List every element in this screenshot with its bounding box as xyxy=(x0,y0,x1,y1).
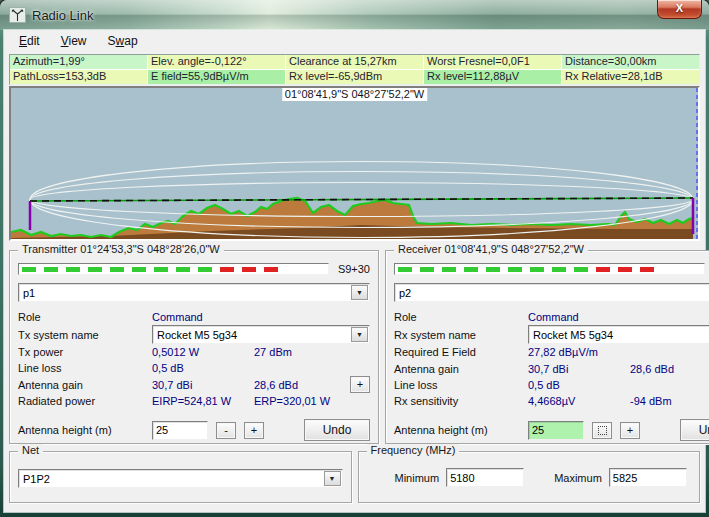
net-combobox[interactable]: P1P2 ▼ xyxy=(18,469,343,488)
rx-role-label: Role xyxy=(394,309,528,325)
path-profile-chart[interactable]: 01°08'41,9"S 048°27'52,2"W xyxy=(9,86,700,241)
rx-gain-dbi: 30,7 dBi xyxy=(528,361,630,377)
cursor-coordinates-label: 01°08'41,9"S 048°27'52,2"W xyxy=(282,88,427,101)
info-rx-level-dbm: Rx level=-65,9dBm xyxy=(286,70,423,84)
chevron-down-icon[interactable]: ▼ xyxy=(351,327,368,342)
receiver-title: Receiver 01°08'41,9"S 048°27'52,2"W xyxy=(394,243,588,255)
menu-edit[interactable]: Edit xyxy=(17,33,42,49)
tx-power-watts: 0,5012 W xyxy=(152,344,254,360)
tx-antenna-height-label: Antenna height (m) xyxy=(18,422,152,438)
info-clearance: Clearance at 15,27km xyxy=(286,55,423,69)
focus-rect-icon xyxy=(598,426,607,435)
chevron-down-icon[interactable]: ▼ xyxy=(351,285,368,300)
tx-antenna-detail-button[interactable]: + xyxy=(350,376,370,393)
transmitter-panel: Transmitter 01°24'53,3"S 048°28'26,0"W S… xyxy=(9,250,379,444)
tx-antenna-height-input[interactable] xyxy=(152,421,208,440)
rx-system-combobox[interactable]: Rocket M5 5g34 ▼ xyxy=(528,325,709,344)
info-worst-fresnel: Worst Fresnel=0,0F1 xyxy=(424,55,561,69)
tx-gain-dbd: 28,6 dBd xyxy=(254,377,350,393)
tx-system-combobox[interactable]: Rocket M5 5g34 ▼ xyxy=(152,325,370,344)
chevron-down-icon[interactable]: ▼ xyxy=(324,471,341,486)
frequency-max-label: Maximum xyxy=(554,472,602,484)
menu-swap[interactable]: Swap xyxy=(106,33,140,49)
app-icon[interactable] xyxy=(9,7,26,23)
antenna-icon xyxy=(11,9,24,22)
net-title: Net xyxy=(18,444,43,456)
rx-sensitivity-uv: 4,4668µV xyxy=(528,393,630,409)
net-panel: Net P1P2 ▼ xyxy=(9,451,352,503)
rx-required-efield-value: 27,82 dBµV/m xyxy=(528,344,709,360)
close-button[interactable]: X xyxy=(657,0,702,19)
link-info-grid: Azimuth=1,99° Elev. angle=-0,122° Cleara… xyxy=(9,54,700,85)
tx-line-loss-value: 0,5 dB xyxy=(152,360,370,376)
rx-antenna-gain-label: Antenna gain xyxy=(394,361,528,377)
rx-signal-bar xyxy=(394,263,705,275)
menu-view[interactable]: View xyxy=(59,33,89,49)
info-rx-level-uv: Rx level=112,88µV xyxy=(424,70,561,84)
transmitter-title: Transmitter 01°24'53,3"S 048°28'26,0"W xyxy=(18,243,224,255)
info-e-field: E field=55,9dBµV/m xyxy=(148,70,285,84)
rx-line-loss-label: Line loss xyxy=(394,377,528,393)
rx-antenna-height-input[interactable] xyxy=(528,421,584,440)
frequency-panel: Frequency (MHz) Minimum Maximum xyxy=(358,451,701,503)
rx-sensitivity-label: Rx sensitivity xyxy=(394,393,528,409)
client-area: Edit View Swap Azimuth=1,99° Elev. angle… xyxy=(4,30,705,512)
info-pathloss: PathLoss=153,3dB xyxy=(10,70,147,84)
tx-power-dbm: 27 dBm xyxy=(254,344,350,360)
tx-system-label: Tx system name xyxy=(18,327,152,343)
rx-height-plus-button[interactable]: + xyxy=(620,422,640,439)
title-bar[interactable]: Radio Link X xyxy=(0,0,709,30)
menu-bar: Edit View Swap xyxy=(4,30,705,51)
frequency-min-label: Minimum xyxy=(395,472,440,484)
info-distance: Distance=30,00km xyxy=(562,55,699,69)
tx-signal-bar xyxy=(18,263,329,275)
rx-height-minus-button[interactable] xyxy=(592,422,612,439)
info-rx-relative: Rx Relative=28,1dB xyxy=(562,70,699,84)
terrain-profile-canvas xyxy=(11,88,700,239)
tx-undo-button[interactable]: Undo xyxy=(304,419,370,441)
tx-gain-dbi: 30,7 dBi xyxy=(152,377,254,393)
tx-s-meter-label: S9+30 xyxy=(338,263,370,275)
rx-antenna-height-label: Antenna height (m) xyxy=(394,422,528,438)
rx-gain-dbd: 28,6 dBd xyxy=(630,361,709,377)
rx-station-combobox[interactable]: p2 ▼ xyxy=(394,283,709,302)
tx-power-label: Tx power xyxy=(18,344,152,360)
frequency-max-input[interactable] xyxy=(609,468,687,487)
tx-eirp-value: EIRP=524,81 W xyxy=(152,393,254,409)
receiver-panel: Receiver 01°08'41,9"S 048°27'52,2"W S9+3… xyxy=(385,250,709,444)
info-azimuth: Azimuth=1,99° xyxy=(10,55,147,69)
tx-role-value: Command xyxy=(152,309,370,325)
rx-undo-button[interactable]: Undo xyxy=(680,419,709,441)
frequency-title: Frequency (MHz) xyxy=(367,444,460,456)
window-title: Radio Link xyxy=(32,8,93,23)
rx-sensitivity-dbm: -94 dBm xyxy=(630,393,709,409)
frequency-min-input[interactable] xyxy=(446,468,524,487)
tx-height-plus-button[interactable]: + xyxy=(244,422,264,439)
tx-line-loss-label: Line loss xyxy=(18,360,152,376)
tx-radiated-power-label: Radiated power xyxy=(18,393,152,409)
radio-link-window: Radio Link X Edit View Swap Azimuth=1,99… xyxy=(0,0,709,517)
rx-required-efield-label: Required E Field xyxy=(394,344,528,360)
tx-role-label: Role xyxy=(18,309,152,325)
rx-system-label: Rx system name xyxy=(394,327,528,343)
info-elev-angle: Elev. angle=-0,122° xyxy=(148,55,285,69)
rx-role-value: Command xyxy=(528,309,709,325)
tx-station-combobox[interactable]: p1 ▼ xyxy=(18,283,370,302)
tx-erp-value: ERP=320,01 W xyxy=(254,393,350,409)
tx-height-minus-button[interactable]: - xyxy=(216,422,236,439)
tx-antenna-gain-label: Antenna gain xyxy=(18,377,152,393)
rx-line-loss-value: 0,5 dB xyxy=(528,377,709,393)
